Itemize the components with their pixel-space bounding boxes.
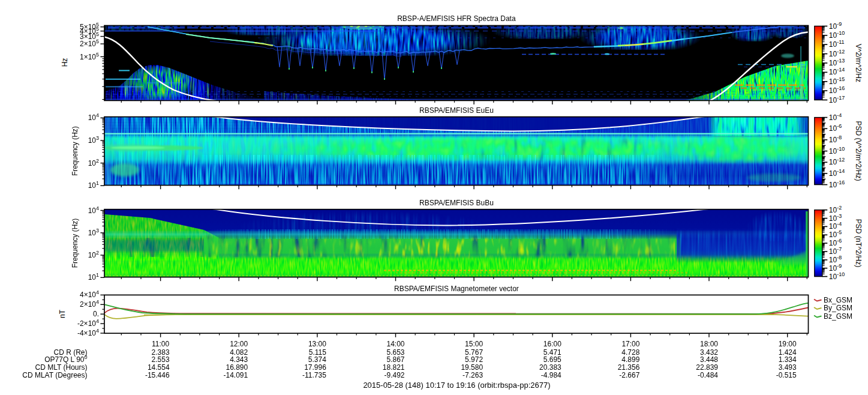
- svg-text:-0.515: -0.515: [776, 371, 797, 379]
- svg-text:Frequency (Hz): Frequency (Hz): [71, 219, 79, 268]
- svg-text:By_GSM: By_GSM: [824, 304, 852, 312]
- svg-text:-2×104: -2×104: [77, 318, 99, 328]
- svg-text:nT: nT: [58, 309, 67, 318]
- svg-text:-4.984: -4.984: [541, 371, 561, 379]
- svg-text:5.374: 5.374: [308, 355, 326, 364]
- svg-text:-2.667: -2.667: [619, 371, 639, 379]
- svg-text:Frequency (Hz): Frequency (Hz): [71, 126, 79, 176]
- svg-text:1.334: 1.334: [779, 355, 797, 364]
- svg-text:14:00: 14:00: [386, 340, 404, 348]
- svg-text:2015-05-28 (148) 10:17 to 19:1: 2015-05-28 (148) 10:17 to 19:16 (orbit:r…: [363, 381, 550, 390]
- svg-text:5.867: 5.867: [386, 355, 404, 364]
- svg-text:CD MLAT (Degrees): CD MLAT (Degrees): [22, 371, 87, 379]
- svg-text:12:00: 12:00: [230, 340, 248, 348]
- svg-text:Bz_GSM: Bz_GSM: [824, 312, 852, 321]
- svg-text:RBSPA/EMFISIS BuBu: RBSPA/EMFISIS BuBu: [419, 199, 494, 207]
- svg-text:-11.735: -11.735: [302, 371, 326, 379]
- svg-text:OP77Q L 900: OP77Q L 900: [44, 354, 87, 364]
- svg-text:Hz: Hz: [61, 58, 69, 67]
- svg-text:4.343: 4.343: [230, 355, 248, 364]
- svg-text:16:00: 16:00: [543, 340, 561, 348]
- svg-text:-7.263: -7.263: [462, 371, 483, 379]
- svg-text:Bx_GSM: Bx_GSM: [824, 296, 852, 304]
- svg-text:RBSPA/EMFISIS EuEu: RBSPA/EMFISIS EuEu: [419, 106, 494, 115]
- svg-text:2.553: 2.553: [152, 355, 170, 364]
- svg-text:19:00: 19:00: [779, 340, 797, 348]
- svg-text:PSD (V^2/m^2/Hz): PSD (V^2/m^2/Hz): [854, 121, 863, 181]
- svg-text:17:00: 17:00: [621, 340, 639, 348]
- svg-text:RBSPA/EMFISIS Magnetometer ve: RBSPA/EMFISIS Magnetometer vector: [394, 285, 519, 293]
- svg-text:-9.492: -9.492: [384, 371, 404, 379]
- svg-text:3.448: 3.448: [700, 355, 718, 364]
- svg-text:RBSP-A/EMFISIS HFR Spectra Da: RBSP-A/EMFISIS HFR Spectra Data: [397, 14, 516, 23]
- svg-text:5.972: 5.972: [465, 355, 483, 364]
- svg-text:0.: 0.: [93, 310, 99, 318]
- svg-text:V^2/m^2/Hz: V^2/m^2/Hz: [854, 44, 863, 82]
- svg-text:PSD (nT^2/Hz): PSD (nT^2/Hz): [854, 219, 863, 267]
- svg-text:-0.484: -0.484: [698, 371, 718, 379]
- svg-text:5.695: 5.695: [543, 355, 561, 364]
- svg-text:-14.091: -14.091: [223, 371, 248, 379]
- svg-text:4.899: 4.899: [621, 355, 639, 364]
- svg-text:18:00: 18:00: [700, 340, 718, 348]
- svg-text:13:00: 13:00: [308, 340, 326, 348]
- svg-text:11:00: 11:00: [152, 340, 169, 348]
- svg-text:-4×104: -4×104: [77, 328, 99, 337]
- svg-text:-15.446: -15.446: [145, 371, 170, 379]
- svg-text:15:00: 15:00: [465, 340, 483, 348]
